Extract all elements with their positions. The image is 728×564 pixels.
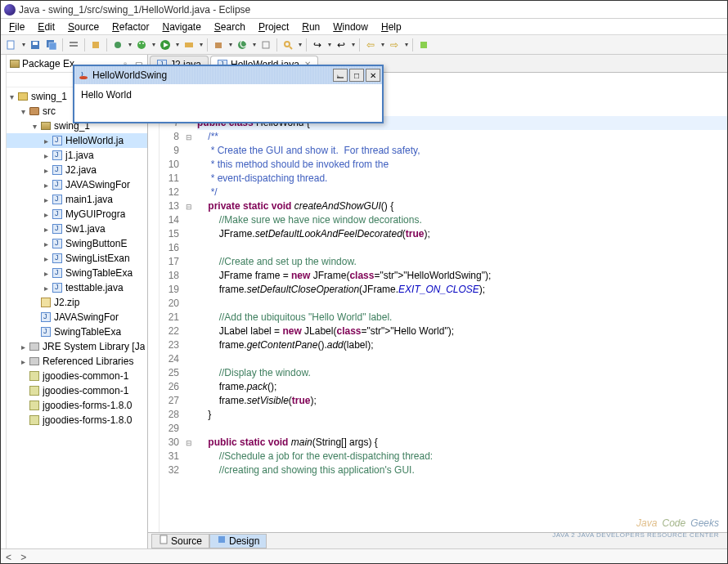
tree-extra-0[interactable]: J2.zip bbox=[7, 295, 147, 310]
svg-rect-6 bbox=[70, 45, 78, 47]
svg-point-11 bbox=[142, 43, 144, 44]
swing-window-title: HelloWorldSwing bbox=[92, 69, 167, 81]
svg-rect-7 bbox=[92, 42, 99, 48]
next-ann-dropdown[interactable]: ▾ bbox=[326, 38, 332, 52]
status-bar: < > bbox=[1, 548, 727, 564]
svg-rect-23 bbox=[218, 536, 225, 543]
menu-bar: FileEditSourceRefactorNavigateSearchProj… bbox=[1, 19, 727, 35]
source-icon bbox=[159, 535, 169, 547]
tree-file-4[interactable]: ▸main1.java bbox=[7, 192, 147, 207]
new-class-dropdown[interactable]: ▾ bbox=[251, 38, 257, 52]
tree-jar-0[interactable]: jgoodies-common-1 bbox=[7, 369, 147, 383]
line-number-ruler: 4567891011121314151617181920212223242526… bbox=[160, 73, 184, 532]
run-last-dropdown[interactable]: ▾ bbox=[198, 38, 204, 52]
editor-body[interactable]: 4567891011121314151617181920212223242526… bbox=[148, 73, 727, 532]
new-button[interactable] bbox=[4, 38, 19, 52]
search-button[interactable] bbox=[281, 38, 295, 52]
svg-rect-4 bbox=[49, 43, 56, 50]
build-button[interactable] bbox=[88, 38, 103, 52]
tree-file-1[interactable]: ▸j1.java bbox=[7, 148, 147, 163]
search-dropdown[interactable]: ▾ bbox=[297, 38, 303, 52]
menu-project[interactable]: Project bbox=[252, 20, 295, 34]
tree-file-5[interactable]: ▸MyGUIProgra bbox=[7, 207, 147, 222]
svg-point-19 bbox=[285, 42, 290, 47]
swing-titlebar[interactable]: HelloWorldSwing □ ✕ bbox=[74, 66, 382, 84]
main-toolbar: ▾ ▾ ▾ ▾ ▾ ▾ C▾ ▾ ↪▾ ↩▾ ⇦▾ ⇨▾ bbox=[1, 35, 727, 55]
tree-file-10[interactable]: ▸testtable.java bbox=[7, 280, 147, 295]
next-annotation-button[interactable]: ↪ bbox=[310, 38, 325, 52]
svg-point-24 bbox=[79, 76, 88, 79]
menu-run[interactable]: Run bbox=[295, 20, 326, 34]
prev-ann-dropdown[interactable]: ▾ bbox=[350, 38, 356, 52]
new-package-dropdown[interactable]: ▾ bbox=[227, 38, 233, 52]
tree-file-6[interactable]: ▸Sw1.java bbox=[7, 222, 147, 236]
save-button[interactable] bbox=[28, 38, 43, 52]
bottom-tab-source[interactable]: Source bbox=[151, 534, 209, 548]
main-area: Package Ex... ▫ ▭ ⇆ ⇵ ▾ ▾swing_1▾src▾swi… bbox=[1, 55, 727, 548]
tree-file-8[interactable]: ▸SwingListExan bbox=[7, 251, 147, 266]
svg-marker-26 bbox=[337, 74, 340, 78]
tree-file-0[interactable]: ▸HelloWorld.ja bbox=[7, 133, 147, 148]
java-cup-icon bbox=[78, 69, 89, 81]
svg-rect-21 bbox=[420, 42, 427, 48]
new-class-button[interactable]: C bbox=[235, 38, 249, 52]
toggle-breadcrumb-button[interactable] bbox=[66, 38, 81, 52]
tree-file-3[interactable]: ▸JAVASwingFor bbox=[7, 177, 147, 192]
back-button[interactable]: ⇦ bbox=[363, 38, 378, 52]
svg-text:C: C bbox=[240, 39, 247, 50]
tree-extra-2[interactable]: SwingTableExa bbox=[7, 325, 147, 339]
tree-jar-3[interactable]: jgoodies-forms-1.8.0 bbox=[7, 413, 147, 427]
menu-refactor[interactable]: Refactor bbox=[106, 20, 155, 34]
swing-iconify-button[interactable] bbox=[333, 69, 348, 82]
prev-annotation-button[interactable]: ↩ bbox=[334, 38, 348, 52]
menu-source[interactable]: Source bbox=[61, 20, 106, 34]
svg-rect-0 bbox=[7, 41, 14, 49]
tree-lib-0[interactable]: ▸JRE System Library [Ja bbox=[7, 339, 147, 354]
skip-breakpoints-button[interactable] bbox=[110, 38, 125, 52]
folding-ruler[interactable]: ⊟⊟⊟ bbox=[184, 73, 194, 532]
svg-point-8 bbox=[115, 42, 121, 48]
menu-help[interactable]: Help bbox=[375, 20, 408, 34]
svg-rect-2 bbox=[33, 42, 38, 45]
menu-edit[interactable]: Edit bbox=[31, 20, 61, 34]
svg-rect-15 bbox=[215, 43, 222, 48]
svg-rect-22 bbox=[160, 535, 167, 544]
pin-button[interactable] bbox=[416, 38, 431, 52]
bottom-tab-design[interactable]: Design bbox=[209, 534, 267, 548]
debug-dropdown[interactable]: ▾ bbox=[151, 38, 156, 52]
svg-rect-14 bbox=[185, 43, 193, 47]
skip-dropdown[interactable]: ▾ bbox=[127, 38, 133, 52]
svg-line-20 bbox=[290, 47, 292, 49]
debug-button[interactable] bbox=[134, 38, 149, 52]
tree-lib-1[interactable]: ▸Referenced Libraries bbox=[7, 354, 147, 369]
tree-jar-2[interactable]: jgoodies-forms-1.8.0 bbox=[7, 398, 147, 413]
swing-label: Hello World bbox=[81, 89, 132, 101]
forward-button[interactable]: ⇨ bbox=[387, 38, 402, 52]
run-button[interactable] bbox=[158, 38, 173, 52]
tree-extra-1[interactable]: JAVASwingFor bbox=[7, 310, 147, 325]
run-last-button[interactable] bbox=[182, 38, 196, 52]
tree-file-9[interactable]: ▸SwingTableExa bbox=[7, 266, 147, 280]
tree-file-2[interactable]: ▸J2.java bbox=[7, 163, 147, 177]
run-dropdown[interactable]: ▾ bbox=[174, 38, 180, 52]
new-package-button[interactable] bbox=[211, 38, 226, 52]
new-dropdown[interactable]: ▾ bbox=[20, 38, 26, 52]
svg-point-9 bbox=[137, 41, 146, 49]
running-swing-window[interactable]: HelloWorldSwing □ ✕ Hello World bbox=[73, 65, 384, 123]
open-type-button[interactable] bbox=[258, 38, 273, 52]
tree-file-7[interactable]: ▸SwingButtonE bbox=[7, 236, 147, 251]
menu-window[interactable]: Window bbox=[326, 20, 375, 34]
source-code[interactable]: import javax.swing.*;public class HelloW… bbox=[194, 73, 727, 532]
fast-view-buttons[interactable]: < > bbox=[6, 552, 29, 563]
package-explorer-tree[interactable]: ▾swing_1▾src▾swing_1▸HelloWorld.ja▸j1.ja… bbox=[7, 87, 147, 548]
tree-jar-1[interactable]: jgoodies-common-1 bbox=[7, 383, 147, 398]
menu-navigate[interactable]: Navigate bbox=[155, 20, 207, 34]
menu-search[interactable]: Search bbox=[208, 20, 252, 34]
save-all-button[interactable] bbox=[44, 38, 59, 52]
window-titlebar: Java - swing_1/src/swing_1/HelloWorld.ja… bbox=[1, 1, 727, 19]
swing-close-button[interactable]: ✕ bbox=[366, 69, 380, 82]
menu-file[interactable]: File bbox=[2, 20, 31, 34]
back-dropdown[interactable]: ▾ bbox=[380, 38, 385, 52]
forward-dropdown[interactable]: ▾ bbox=[403, 38, 409, 52]
swing-maximize-button[interactable]: □ bbox=[349, 69, 364, 82]
